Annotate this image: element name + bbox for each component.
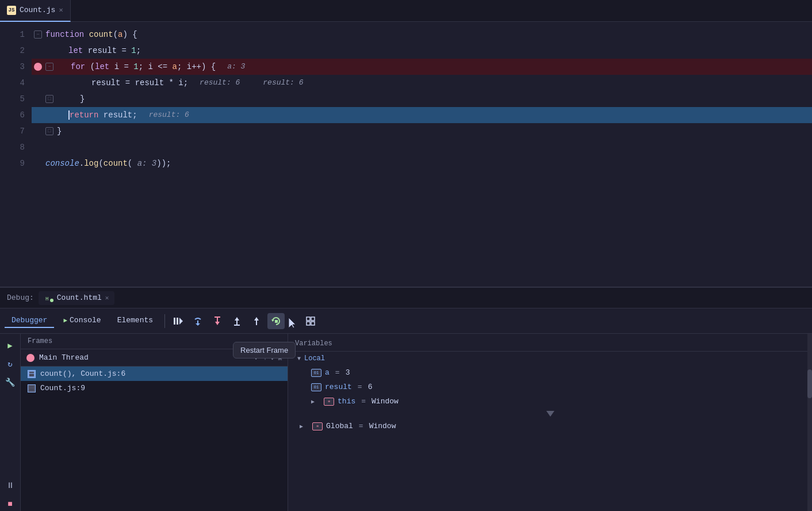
svg-marker-5 — [179, 318, 183, 325]
global-expand-icon: ▶ — [300, 423, 303, 430]
debug-content: ▶ ↻ 🔧 ⏸ ■ Frames Main Thread ▼ ↑ ↓ ⚗ — [0, 334, 812, 511]
var-a: 01 a = 3 — [288, 365, 812, 380]
step-up-button[interactable] — [248, 313, 265, 329]
frame-item-0[interactable]: count(), Count.js:6 — [21, 367, 288, 381]
thread-dropdown-icon[interactable]: ▼ — [254, 354, 258, 362]
debug-tab-close[interactable]: ✕ — [105, 294, 109, 302]
html-file-icon: H — [44, 293, 53, 303]
debug-controls-sidebar: ▶ ↻ 🔧 ⏸ ■ — [0, 334, 21, 511]
svg-marker-15 — [254, 317, 259, 321]
debug-panel: Debug: H Count.html ✕ Debugger ▶ Console… — [0, 287, 812, 511]
var-val-global: Window — [369, 422, 396, 430]
line-numbers: 1 2 3 4 5 6 7 8 9 — [0, 26, 32, 287]
tab-close-button[interactable]: ✕ — [59, 6, 63, 14]
svg-text:H: H — [45, 296, 48, 302]
wrench-button[interactable]: 🔧 — [3, 375, 17, 389]
var-result: 01 result = 6 — [288, 380, 812, 394]
thread-status-dot — [26, 354, 35, 362]
thread-navigation: ↑ ↓ ⚗ — [263, 353, 282, 363]
play-button[interactable]: ▶ — [3, 338, 17, 352]
svg-marker-27 — [546, 411, 554, 417]
frames-panel: Frames Main Thread ▼ ↑ ↓ ⚗ — [21, 334, 288, 511]
fold-marker-5[interactable]: □ — [45, 95, 53, 103]
this-expand-icon: ▶ — [311, 398, 315, 405]
code-line-5: □ } — [32, 91, 812, 107]
variables-panel: Variables ▼ Local 01 a = 3 — [288, 334, 812, 511]
fold-marker-3[interactable]: − — [45, 63, 53, 71]
svg-rect-19 — [307, 317, 310, 321]
frame-icon-1 — [28, 384, 36, 392]
fold-marker-7[interactable]: □ — [45, 127, 53, 135]
frame-item-1[interactable]: Count.js:9 — [21, 381, 288, 395]
breakpoint-marker — [34, 63, 42, 71]
svg-rect-22 — [311, 322, 315, 325]
debug-file-tab[interactable]: H Count.html ✕ — [39, 291, 115, 305]
svg-rect-3 — [174, 318, 175, 325]
tab-label: Count.js — [20, 6, 55, 14]
code-line-6: return result; result: 6 — [32, 107, 812, 123]
table-view-button[interactable] — [302, 313, 319, 329]
debug-hint-3: a: 3 — [227, 59, 245, 75]
debug-title-bar: Debug: H Count.html ✕ — [0, 288, 812, 308]
debug-hint-4a: result: 6 — [200, 75, 240, 91]
step-over-button[interactable] — [189, 313, 206, 329]
tab-bar: JS Count.js ✕ — [0, 0, 812, 22]
step-into-button[interactable] — [209, 313, 226, 329]
svg-rect-25 — [29, 386, 35, 391]
svg-rect-20 — [311, 317, 315, 321]
thread-up-arrow[interactable]: ↑ — [263, 353, 267, 363]
svg-rect-21 — [307, 322, 310, 325]
var-name-this: this — [338, 397, 355, 406]
var-global[interactable]: ▶ ≡ Global = Window — [288, 419, 812, 433]
stop-button[interactable]: ■ — [3, 497, 17, 511]
separator-1 — [164, 314, 165, 328]
var-val-result: 6 — [368, 383, 373, 391]
svg-marker-7 — [196, 323, 200, 326]
var-type-icon-result: 01 — [311, 383, 321, 391]
step-out-button[interactable] — [228, 313, 246, 329]
code-line-2: let result = 1; — [32, 43, 812, 59]
local-section[interactable]: ▼ Local — [288, 352, 812, 365]
frame-name-0: count(), Count.js:6 — [40, 369, 125, 378]
var-type-icon-a: 01 — [311, 369, 321, 377]
tab-debugger[interactable]: Debugger — [5, 314, 54, 328]
fold-marker-1[interactable]: − — [34, 30, 42, 39]
var-type-icon-this: ≡ — [324, 398, 334, 406]
svg-rect-17 — [275, 320, 278, 323]
code-line-7: □ } — [32, 123, 812, 139]
thread-down-arrow[interactable]: ↓ — [270, 353, 274, 363]
debug-hint-4b: result: 6 — [263, 75, 303, 91]
svg-point-2 — [50, 299, 53, 302]
js-file-icon: JS — [7, 6, 16, 15]
sync-button[interactable]: ↻ — [3, 357, 17, 371]
resume-button[interactable] — [170, 313, 187, 329]
tab-elements[interactable]: Elements — [110, 314, 160, 328]
code-line-1: − function count(a) { — [32, 26, 812, 43]
debug-hint-6: result: 6 — [149, 107, 189, 123]
thread-name: Main Thread — [39, 353, 250, 362]
var-val-this: Window — [371, 397, 399, 406]
code-line-9: console.log(count( a: 3)); — [32, 155, 812, 171]
scrollbar-thumb[interactable] — [807, 369, 812, 398]
local-expand-icon: ▼ — [297, 356, 301, 362]
frame-name-1: Count.js:9 — [40, 384, 85, 392]
var-type-icon-global: ≡ — [312, 422, 323, 430]
var-this[interactable]: ▶ ≡ this = Window — [288, 394, 812, 409]
frame-icon-0 — [28, 370, 36, 378]
code-line-8 — [32, 139, 812, 155]
cursor-indicator — [287, 313, 297, 329]
tab-console[interactable]: ▶ Console — [56, 314, 108, 328]
toolbar: Debugger ▶ Console Elements — [0, 308, 812, 334]
thread-filter-button[interactable]: ⚗ — [277, 353, 282, 363]
pause-button[interactable]: ⏸ — [3, 479, 17, 493]
svg-marker-12 — [235, 317, 239, 321]
restart-frame-button[interactable]: Restart Frame — [267, 313, 285, 329]
scrollbar-track[interactable] — [807, 334, 812, 511]
svg-marker-9 — [215, 322, 220, 325]
svg-rect-23 — [29, 371, 35, 377]
svg-rect-4 — [177, 318, 178, 325]
thread-selector[interactable]: Main Thread ▼ ↑ ↓ ⚗ — [21, 349, 288, 367]
svg-marker-16 — [271, 319, 274, 322]
code-line-3: − for (let i = 1; i <= a; i++) { a: 3 — [32, 59, 812, 75]
file-tab[interactable]: JS Count.js ✕ — [0, 0, 71, 22]
